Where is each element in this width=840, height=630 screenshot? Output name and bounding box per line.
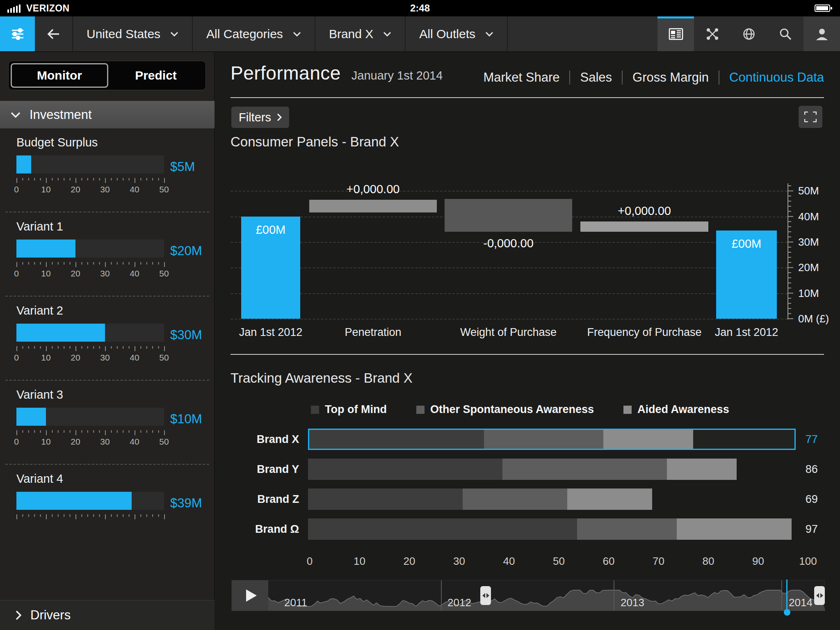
toolbar-icon-group (657, 16, 840, 51)
fullscreen-button[interactable] (799, 106, 822, 128)
page-date: January 1st 2014 (352, 69, 443, 82)
kpi-bar-track[interactable] (16, 240, 164, 258)
drivers-section-header[interactable]: Drivers (0, 600, 215, 630)
year-label-2012: 2012 (447, 596, 471, 609)
legend-top-of-mind: Top of Mind (311, 403, 387, 416)
dropdown-all-categories[interactable]: All Categories (193, 16, 315, 51)
nav-market-share[interactable]: Market Share (473, 70, 569, 85)
page-title: Performance (231, 62, 341, 84)
toolbar: United StatesAll CategoriesBrand XAll Ou… (0, 16, 840, 52)
user-icon (815, 27, 829, 41)
waterfall-value-label: -0,000.00 (483, 237, 534, 250)
handle-arrow-right (486, 593, 489, 598)
dropdown-all-outlets[interactable]: All Outlets (406, 16, 507, 51)
kpi-value: $10M (170, 412, 202, 427)
search-button[interactable] (767, 16, 803, 51)
kpi-bar-track[interactable] (16, 324, 164, 342)
timeline-track[interactable]: 2011201220132014 (268, 580, 825, 611)
chevron-down-icon (485, 32, 493, 37)
waterfall-x-labels: Jan 1st 2012PenetrationWeight of Purchas… (231, 326, 788, 340)
x-axis-label: 0 (307, 555, 313, 568)
sliders-icon (9, 27, 26, 41)
kpi-variant-1: Variant 1$20M01020304050 (0, 212, 215, 297)
segment-aided-awareness (603, 430, 693, 449)
nav-gross-margin[interactable]: Gross Margin (623, 70, 719, 85)
waterfall-value-label: £00M (256, 223, 286, 237)
chevron-right-icon (16, 610, 21, 620)
dashboard-view-button[interactable] (657, 16, 694, 51)
kpi-bar-track[interactable] (16, 492, 164, 510)
play-button[interactable] (232, 580, 268, 611)
scale-ticks (16, 346, 165, 352)
awareness-total: 97 (806, 523, 838, 536)
waterfall-bar-weight-of-purchase-2[interactable] (445, 199, 572, 232)
kpi-variant-2: Variant 2$30M01020304050 (0, 297, 215, 381)
segment-aided-awareness (667, 459, 737, 480)
investment-section-header[interactable]: Investment (0, 101, 215, 128)
year-divider (614, 580, 614, 611)
dropdown-united-states[interactable]: United States (73, 16, 192, 51)
year-label-2014: 2014 (789, 596, 813, 609)
chevron-down-icon (293, 32, 301, 37)
chevron-down-icon (170, 32, 178, 37)
scale-ticks (16, 178, 165, 184)
category-label: Brand Ω (231, 523, 308, 536)
y-axis-label: 30M (798, 236, 819, 249)
range-handle-left[interactable] (480, 586, 491, 605)
range-handle-right[interactable] (814, 586, 825, 605)
timeline-scrubber: 2011201220132014 (231, 580, 825, 611)
dropdown-brand-x[interactable]: Brand X (315, 16, 405, 51)
page-header: Performance January 1st 2014 (231, 62, 443, 84)
category-label: Brand X (231, 433, 308, 446)
battery-icon (815, 4, 833, 12)
x-axis-label: 30 (453, 555, 465, 568)
share-network-button[interactable] (694, 16, 730, 51)
dropdown-label: Brand X (329, 27, 373, 41)
x-axis-label: 10 (354, 555, 365, 568)
nav-continuous-data[interactable]: Continuous Data (719, 70, 824, 85)
segment-top-of-mind (309, 430, 484, 449)
waterfall-x-label: Penetration (345, 326, 401, 339)
kpi-bar-track[interactable] (16, 155, 164, 173)
filters-label: Filters (239, 111, 271, 124)
awareness-bar-brand-x[interactable] (308, 429, 796, 450)
waterfall-x-label: Frequency of Purchase (587, 326, 701, 339)
monitor-toggle[interactable]: Monitor (11, 63, 108, 88)
segment-other-spontaneous-awareness (463, 488, 567, 510)
playhead[interactable] (786, 580, 788, 612)
waterfall-bar-frequency-of-purchase-3[interactable] (580, 221, 708, 232)
fullscreen-icon (804, 112, 817, 122)
mode-toggle: Monitor Predict (8, 61, 206, 90)
awareness-bar-brand-y[interactable] (308, 459, 795, 480)
kpi-variant-4: Variant 4$39M (0, 465, 215, 549)
app-root: VERIZON 2:48 (0, 0, 840, 630)
awareness-row-brand: Brand Ω97 (231, 518, 838, 540)
back-button[interactable] (35, 16, 72, 51)
awareness-bar-brand-z[interactable] (308, 488, 795, 510)
waterfall-bar-penetration-1[interactable] (309, 200, 437, 212)
year-label-2011: 2011 (284, 596, 307, 609)
legend-swatch (416, 406, 425, 414)
globe-button[interactable] (730, 16, 767, 51)
segment-top-of-mind (308, 518, 577, 540)
awareness-bar-brand[interactable] (308, 518, 795, 540)
user-profile-button[interactable] (803, 16, 840, 51)
menu-sliders-button[interactable] (0, 16, 35, 51)
chevron-down-icon (11, 112, 21, 118)
awareness-bars: Brand X77Brand Y86Brand Z69Brand Ω97 (231, 429, 838, 548)
kpi-bar-fill (16, 155, 31, 173)
awareness-row-brand-z: Brand Z69 (231, 488, 838, 510)
nav-sales[interactable]: Sales (570, 70, 622, 85)
segment-top-of-mind (308, 488, 463, 510)
filters-button[interactable]: Filters (231, 107, 289, 128)
kpi-bar-track[interactable] (16, 408, 164, 426)
y-axis-label: 50M (798, 185, 819, 197)
drivers-label: Drivers (30, 608, 71, 623)
kpi-bar-fill (16, 408, 46, 426)
playhead-dot[interactable] (784, 609, 790, 616)
gridline (231, 191, 788, 192)
predict-toggle[interactable]: Predict (108, 63, 203, 88)
dropdown-label: All Outlets (419, 27, 475, 41)
legend-label: Other Spontaneous Awareness (430, 403, 594, 416)
carrier-block: VERIZON (7, 3, 70, 14)
